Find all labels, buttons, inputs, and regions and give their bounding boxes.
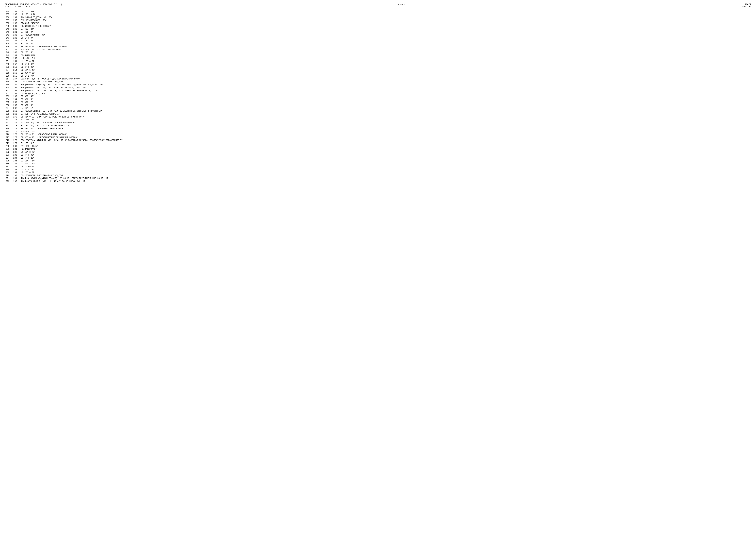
row-content: П2#МАТЕРИАЛЫ* xyxy=(20,148,751,151)
header-right: 92074 25443-09 xyxy=(741,3,751,8)
row-num2: 290 xyxy=(13,174,20,177)
table-row: 283283Ц2-4' 0,82* xyxy=(5,154,751,156)
row-num2: 273 xyxy=(13,124,20,127)
table-row: 265265Е7-402' 2* xyxy=(5,101,751,104)
row-content: РРАЗНЫЕ РАБОТЫ* xyxy=(20,22,751,25)
row-num1: 285 xyxy=(5,160,13,162)
row-num2: 253 xyxy=(13,66,20,69)
row-num2: 240 xyxy=(13,28,20,31)
row-num1: 271 xyxy=(5,118,13,121)
row-num1: 282 xyxy=(5,151,13,154)
row-num1: 263 xyxy=(5,95,13,98)
row-content: ТССЦ#ТОМ2#П12-1(=19)' 9' 17,6' БЛОКИ СТЕ… xyxy=(20,84,751,86)
row-num2: 262 xyxy=(13,92,20,95)
row-num2: 244 xyxy=(13,40,20,42)
row-content: Е7-733#ДОП#ВЫП1' 30* xyxy=(20,34,751,36)
table-row: 248248Е8-27' 15* xyxy=(5,51,751,54)
main-table: 234234Ц6-1' 22529*235235Ц2-12' 10,28*236… xyxy=(5,10,751,183)
row-content: П2#ВХОДЫ №4,5,6,10,11* xyxy=(20,92,751,95)
row-num1: 288 xyxy=(5,168,13,171)
row-content: ТССЦ#ТОМ1#П11-172(=19)' 30' 3,72' СТУПЕН… xyxy=(20,89,751,92)
row-num1: 244 xyxy=(5,40,13,42)
row-content: Е11-69' 4* xyxy=(20,40,751,42)
row-num1: 235 xyxy=(5,13,13,16)
table-row: 286286Ц2-30' 1,22* xyxy=(5,162,751,165)
row-num2: 238 xyxy=(13,22,20,25)
row-content: П2#СТОИМОСТЬ ИНДУСТРИАЛЬНЫХ ИЗДЕЛИЯ* xyxy=(20,80,751,83)
row-num2: 256 xyxy=(13,75,20,78)
row-num1: 254 xyxy=(5,69,13,72)
table-row: 238238РРАЗНЫЕ РАБОТЫ* xyxy=(5,22,751,25)
row-content: Е8-32' 18' 1 КИРПИЧНЫЕ СТЕНЫ ВХОДОВ* xyxy=(20,127,751,130)
table-row: 252252Ц2-4' 0,33* xyxy=(5,63,751,66)
row-content: РНАРУЖНАЯ ОТДЕЛКА' М2' 354* xyxy=(20,16,751,19)
row-num1: 261 xyxy=(5,89,13,92)
row-num1: 268 xyxy=(5,110,13,113)
row-num2: 284 xyxy=(13,157,20,160)
table-row: 289289Ц2-26' 0,02* xyxy=(5,171,751,174)
row-content: С113-54' 1,5' 1 ТРУБА ДЛЯ ДРЕНАЖА ДИАМЕТ… xyxy=(20,78,751,80)
row-num1: 255 xyxy=(5,72,13,75)
row-content: Ц6-1' 22529* xyxy=(20,10,751,13)
row-content: П2#ВХОДЫ №3,7,9 В ПОДВАЛ* xyxy=(20,25,751,28)
table-row: 247247Е15-256' 30' 1 ШТУКАТУРКА ВХОДОВ* xyxy=(5,48,751,51)
header-left: ПРОГРАММНЫЙ КОМПЛЕКС АВС-3ЕС ( РЕДАКЦИЯ … xyxy=(5,3,62,8)
page-header: ПРОГРАММНЫЙ КОМПЛЕКС АВС-3ЕС ( РЕДАКЦИЯ … xyxy=(5,3,751,9)
row-num2: 287 xyxy=(13,165,20,168)
row-content: Ц2-12' 4,14* xyxy=(20,160,751,162)
row-num2: 261 xyxy=(13,89,20,92)
row-content: Е7-400' 24* xyxy=(20,28,751,31)
row-num2: 242 xyxy=(13,34,20,36)
row-num2: 241 xyxy=(13,31,20,34)
row-num1: 243 xyxy=(5,37,13,40)
row-content: П2#СТОИМОСТЬ ИНДУСТРИАЛЬНЫХ ИЗДЕЛИЯ* xyxy=(20,174,751,177)
row-num2: 292 xyxy=(13,180,20,183)
table-row: 267267F7-464' 1* xyxy=(5,107,751,110)
row-num1: 241 xyxy=(5,31,13,34)
row-num2: 277 xyxy=(13,136,20,139)
row-num2: 249 xyxy=(13,54,20,57)
row-num1: 283 xyxy=(5,154,13,156)
row-content: Ц6-1' 6912* xyxy=(20,165,751,168)
row-content: Е11-55' 6,5* xyxy=(20,142,751,145)
row-num2: 235 xyxy=(13,13,20,16)
table-row: 263263Е7-400' 40* xyxy=(5,95,751,98)
header-code: 92074 xyxy=(741,3,751,6)
row-content: Е7-401' 5* xyxy=(20,98,751,101)
row-num1: 272 xyxy=(5,122,13,124)
row-num1: 291 xyxy=(5,177,13,180)
row-num2: 271 xyxy=(13,118,20,121)
row-num2: 260 xyxy=(13,86,20,89)
row-num2: 259 xyxy=(13,84,20,86)
row-num2: 276 xyxy=(13,133,20,136)
table-row: 291291ТКАЛЬК#192=КЖ,#СД=41#П,6Б(=19)' 2'… xyxy=(5,177,751,180)
table-row: 284284Ц2-5' 0,28* xyxy=(5,157,751,160)
row-num1: 246 xyxy=(5,45,13,48)
table-row: 258258П2#СТОИМОСТЬ ИНДУСТРИАЛЬНЫХ ИЗДЕЛИ… xyxy=(5,80,751,83)
row-content: Е7-401' 9* xyxy=(20,31,751,34)
row-num2: 254 xyxy=(13,69,20,72)
row-content: Ц1-16' 3,72* xyxy=(20,151,751,154)
row-num1: 281 xyxy=(5,148,13,151)
table-row: 273273Е12-291(ВП)' 5' 1 ТО ЖЕ ПОСЛЕДУЮЩИ… xyxy=(5,124,751,127)
row-num2: 243 xyxy=(13,37,20,40)
table-row: 243243Е6-1' 0,9* xyxy=(5,37,751,40)
table-row: 259259ТССЦ#ТОМ2#П12-1(=19)' 9' 17,6' БЛО… xyxy=(5,84,751,86)
table-row: 235235Ц2-12' 10,28* xyxy=(5,13,751,16)
row-num1: 266 xyxy=(5,104,13,107)
row-num2: 291 xyxy=(13,177,20,180)
row-num1: 274 xyxy=(5,127,13,130)
row-num2: 239 xyxy=(13,25,20,28)
table-row: 287287Ц6-1' 6912* xyxy=(5,165,751,168)
row-num1: 250 xyxy=(5,57,13,60)
row-num1: 242 xyxy=(5,34,13,36)
row-num1: 279 xyxy=(5,142,13,145)
table-row: 242242Е7-733#ДОП#ВЫП1' 30* xyxy=(5,34,751,36)
table-row: 257257С113-54' 1,5' 1 ТРУБА ДЛЯ ДРЕНАЖА … xyxy=(5,78,751,80)
row-num1: 276 xyxy=(5,133,13,136)
table-row: 272272Е12-289(ВП)' 5' 1 ИСКЛЮЧАЕТСЯ СЛОЙ… xyxy=(5,122,751,124)
table-row: 282282Ц1-16' 3,72* xyxy=(5,151,751,154)
row-num2: 246 xyxy=(13,45,20,48)
row-num2: 281 xyxy=(13,148,20,151)
row-content: . Ц1-16' 0,3* xyxy=(20,57,751,60)
